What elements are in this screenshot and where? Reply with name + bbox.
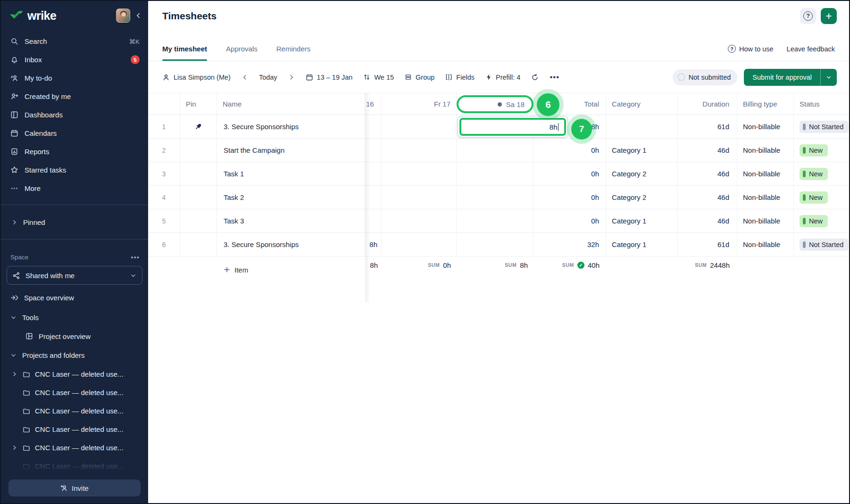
sidebar-item-space-overview[interactable]: Space overview — [1, 288, 148, 307]
status-cell[interactable]: Not Started — [794, 233, 849, 256]
status-badge[interactable]: New — [800, 191, 828, 204]
category-cell[interactable]: Category 1 — [606, 233, 678, 256]
col-header-fr17[interactable]: Fr 17 — [382, 93, 457, 115]
fr17-cell[interactable] — [382, 115, 457, 138]
sort-button[interactable]: We 15 — [363, 74, 394, 81]
previous-week-button[interactable] — [242, 74, 248, 81]
status-cell[interactable]: New — [794, 209, 849, 232]
sidebar-item-my-to-do[interactable]: My to-do — [1, 69, 148, 87]
sidebar-item-pinned[interactable]: Pinned — [1, 212, 148, 232]
sidebar-section-projects-and-folders[interactable]: Projects and folders — [1, 345, 148, 365]
sidebar-folder-item[interactable]: CNC Laser — deleted use... — [1, 365, 148, 383]
sa18-cell[interactable] — [457, 186, 533, 209]
user-filter-button[interactable]: Lisa Simpson (Me) — [162, 74, 231, 81]
pushpin-icon[interactable] — [194, 123, 202, 131]
pin-cell[interactable] — [180, 186, 217, 209]
tab-my-timesheet[interactable]: My timesheet — [162, 45, 207, 61]
status-cell[interactable]: New — [794, 139, 849, 162]
fr17-cell[interactable] — [382, 209, 457, 232]
next-week-button[interactable] — [288, 74, 295, 81]
status-cell[interactable]: Not Started — [794, 115, 849, 138]
table-row[interactable]: 4Task 20hCategory 246dNon-billableNew — [148, 186, 849, 209]
sa18-cell[interactable] — [457, 209, 533, 232]
day16-cell[interactable] — [365, 139, 382, 162]
billing-type-cell[interactable]: Non-billable — [737, 139, 794, 162]
status-badge[interactable]: New — [800, 168, 828, 180]
billing-type-cell[interactable]: Non-billable — [737, 209, 794, 232]
fr17-cell[interactable] — [382, 186, 457, 209]
col-header-day16[interactable]: 16 — [365, 93, 382, 115]
table-row[interactable]: 2Start the Campaign0hCategory 146dNon-bi… — [148, 139, 849, 162]
avatar[interactable] — [116, 8, 130, 23]
time-entry-edit-cell[interactable]: 8h — [458, 116, 568, 138]
submit-label[interactable]: Submit for approval — [744, 69, 821, 86]
status-badge[interactable]: Not Started — [800, 239, 849, 251]
status-cell[interactable]: New — [794, 162, 849, 185]
more-options-icon[interactable]: ••• — [550, 73, 559, 82]
task-name-cell[interactable]: Task 3 — [217, 209, 365, 232]
wrike-logo[interactable]: wrike — [9, 9, 56, 23]
how-to-use-link[interactable]: ? How to use — [728, 45, 774, 53]
submission-status-badge[interactable]: Not submitted — [673, 69, 737, 85]
space-selector[interactable]: Shared with me — [7, 266, 142, 285]
sa18-cell[interactable] — [457, 233, 533, 256]
sidebar-folder-item[interactable]: CNC Laser — deleted use... — [1, 420, 148, 438]
pin-cell[interactable] — [180, 115, 217, 138]
refresh-icon[interactable] — [531, 74, 539, 81]
sidebar-item-calendars[interactable]: Calendars — [1, 124, 148, 142]
category-cell[interactable]: Category 1 — [606, 209, 678, 232]
category-cell[interactable]: Category 2 — [606, 162, 678, 185]
day16-cell[interactable] — [365, 209, 382, 232]
pin-cell[interactable] — [180, 139, 217, 162]
space-more-icon[interactable]: ••• — [131, 253, 140, 261]
fr17-cell[interactable] — [382, 162, 457, 185]
prefill-button[interactable]: Prefill: 4 — [485, 74, 520, 81]
add-item-button[interactable]: Item — [217, 256, 365, 280]
fields-button[interactable]: Fields — [445, 74, 475, 81]
day16-cell[interactable]: 8h — [365, 233, 382, 256]
category-cell[interactable] — [606, 115, 678, 138]
day16-cell[interactable] — [365, 115, 382, 138]
task-name-cell[interactable]: 3. Secure Sponsorships — [217, 233, 365, 256]
tab-reminders[interactable]: Reminders — [276, 45, 311, 61]
billing-type-cell[interactable]: Non-billable — [737, 115, 794, 138]
category-cell[interactable]: Category 2 — [606, 186, 678, 209]
sidebar-item-search[interactable]: Search⌘K — [1, 32, 148, 50]
time-entry-input[interactable]: 8h — [550, 123, 558, 131]
task-name-cell[interactable]: Task 1 — [217, 162, 365, 185]
sidebar-item-more[interactable]: More — [1, 179, 148, 198]
status-cell[interactable]: New — [794, 186, 849, 209]
chevron-right-icon[interactable] — [11, 371, 18, 377]
chevron-right-icon[interactable] — [11, 445, 18, 451]
task-name-cell[interactable]: 3. Secure Sponsorships — [217, 115, 365, 138]
pin-cell[interactable] — [180, 162, 217, 185]
invite-button[interactable]: Invite — [8, 479, 141, 496]
help-button[interactable]: ? — [800, 8, 816, 24]
sidebar-item-project-overview[interactable]: Project overview — [1, 327, 148, 345]
status-badge[interactable]: Not Started — [800, 121, 849, 133]
leave-feedback-link[interactable]: Leave feedback — [787, 45, 835, 53]
table-row[interactable]: 3Task 10hCategory 246dNon-billableNew — [148, 162, 849, 186]
task-name-cell[interactable]: Task 2 — [217, 186, 365, 209]
billing-type-cell[interactable]: Non-billable — [737, 162, 794, 185]
status-badge[interactable]: New — [800, 215, 828, 227]
sidebar-folder-item[interactable]: CNC Laser — deleted use... — [1, 457, 148, 475]
sidebar-folder-item[interactable]: CNC Laser — deleted use... — [1, 402, 148, 420]
billing-type-cell[interactable]: Non-billable — [737, 233, 794, 256]
submit-for-approval-button[interactable]: Submit for approval — [744, 69, 837, 86]
sidebar-item-created-by-me[interactable]: Created by me — [1, 87, 148, 106]
create-new-button[interactable]: + — [821, 8, 837, 24]
tab-approvals[interactable]: Approvals — [226, 45, 258, 61]
sidebar-item-reports[interactable]: Reports — [1, 142, 148, 161]
table-row[interactable]: 63. Secure Sponsorships8h32hCategory 161… — [148, 233, 849, 256]
sidebar-section-tools[interactable]: Tools — [1, 307, 148, 327]
sidebar-folder-item[interactable]: CNC Laser — deleted use... — [1, 438, 148, 457]
billing-type-cell[interactable]: Non-billable — [737, 186, 794, 209]
submit-dropdown-chevron[interactable] — [821, 69, 837, 86]
today-button[interactable]: Today — [259, 74, 277, 81]
sidebar-item-dashboards[interactable]: Dashboards — [1, 106, 148, 124]
pin-cell[interactable] — [180, 233, 217, 256]
sidebar-collapse-icon[interactable] — [135, 12, 142, 19]
status-badge[interactable]: New — [800, 144, 828, 157]
sidebar-item-starred-tasks[interactable]: Starred tasks — [1, 161, 148, 179]
